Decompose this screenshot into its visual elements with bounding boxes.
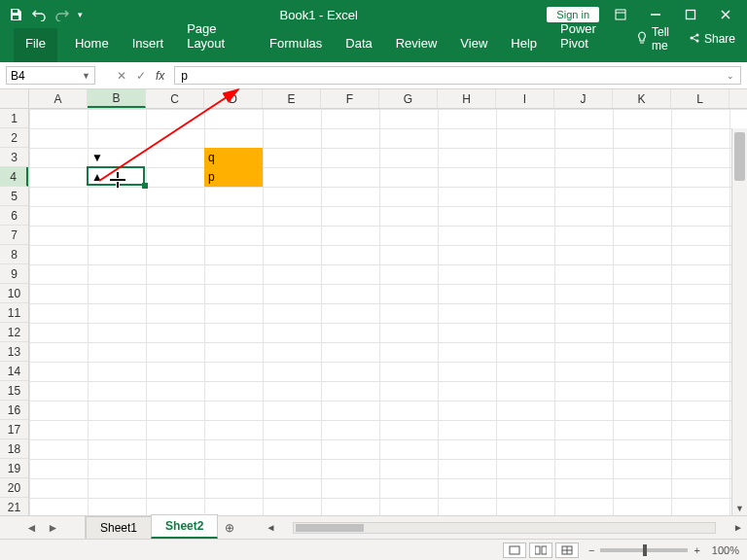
triangle-up-icon: ▲ (91, 171, 103, 183)
sheet-nav-next-icon[interactable]: ► (48, 521, 59, 535)
row-header[interactable]: 7 (0, 226, 28, 245)
cell-B4[interactable]: ▲ (88, 167, 146, 187)
column-headers: ABCDEFGHIJKL (0, 89, 747, 109)
cell-value: p (208, 171, 215, 183)
name-box-dropdown-icon[interactable]: ▼ (78, 71, 90, 81)
row-header[interactable]: 11 (0, 303, 28, 323)
sheet-tab[interactable]: Sheet1 (86, 516, 152, 539)
cell-D4[interactable]: p (204, 167, 263, 187)
svg-rect-0 (13, 10, 18, 13)
vertical-scrollbar[interactable]: ▲ ▼ (731, 128, 747, 515)
formula-input-wrap[interactable]: ⌄ (174, 66, 741, 85)
svg-line-11 (693, 35, 696, 37)
name-box-input[interactable] (11, 69, 78, 83)
svg-rect-5 (687, 11, 695, 19)
tab-formulas[interactable]: Formulas (258, 28, 334, 62)
row-header[interactable]: 8 (0, 245, 28, 264)
row-headers: 123456789101112131415161718192021 (0, 109, 29, 515)
row-header[interactable]: 1 (0, 109, 28, 128)
redo-icon[interactable] (54, 7, 70, 22)
row-header[interactable]: 19 (0, 459, 28, 478)
qat-customize-icon[interactable]: ▾ (78, 10, 83, 19)
scroll-down-icon[interactable]: ▼ (732, 502, 747, 515)
row-header[interactable]: 15 (0, 381, 28, 401)
scroll-left-icon[interactable]: ◄ (262, 522, 279, 533)
svg-rect-1 (13, 16, 18, 19)
row-header[interactable]: 18 (0, 439, 28, 459)
row-header[interactable]: 17 (0, 420, 28, 439)
row-header[interactable]: 14 (0, 362, 28, 381)
column-header[interactable]: C (146, 89, 204, 108)
svg-rect-14 (535, 546, 540, 554)
quick-access-toolbar: ▾ (0, 7, 90, 22)
formula-input[interactable] (181, 69, 734, 83)
undo-icon[interactable] (31, 7, 47, 22)
column-header[interactable]: D (204, 89, 263, 108)
horizontal-scrollbar[interactable]: ◄ ► (262, 516, 747, 539)
row-header[interactable]: 9 (0, 264, 28, 284)
name-box[interactable]: ▼ (6, 66, 95, 85)
cell-D3[interactable]: q (204, 148, 263, 167)
tab-home[interactable]: Home (63, 28, 121, 62)
ribbon-tabs: File Home Insert Page Layout Formulas Da… (0, 29, 747, 62)
column-header[interactable]: F (321, 89, 379, 108)
share-button[interactable]: Share (681, 28, 743, 51)
tab-page-layout[interactable]: Page Layout (175, 14, 258, 62)
row-header[interactable]: 3 (0, 148, 28, 167)
column-header[interactable]: H (438, 89, 496, 108)
cancel-formula-icon: ✕ (117, 69, 126, 83)
row-header[interactable]: 12 (0, 323, 28, 342)
cells-area[interactable]: ▼▲qp (29, 109, 747, 515)
view-page-break-icon[interactable] (555, 542, 579, 558)
sheet-nav-prev-icon[interactable]: ◄ (26, 521, 38, 535)
tab-power-pivot[interactable]: Power Pivot (549, 14, 628, 62)
view-normal-icon[interactable] (503, 542, 526, 558)
zoom-out-button[interactable]: − (588, 544, 594, 556)
tab-view[interactable]: View (448, 28, 499, 62)
tab-data[interactable]: Data (334, 28, 383, 62)
share-icon (689, 32, 700, 47)
column-header[interactable]: B (88, 89, 146, 108)
tab-insert[interactable]: Insert (121, 28, 176, 62)
row-header[interactable]: 16 (0, 401, 28, 420)
fill-handle[interactable] (142, 183, 148, 189)
view-page-layout-icon[interactable] (529, 542, 552, 558)
zoom-slider[interactable] (600, 548, 688, 552)
column-header[interactable]: J (554, 89, 613, 108)
tab-review[interactable]: Review (384, 28, 449, 62)
svg-rect-15 (542, 546, 547, 554)
row-header[interactable]: 2 (0, 128, 28, 148)
enter-formula-icon: ✓ (136, 69, 146, 83)
row-header[interactable]: 4 (0, 167, 28, 187)
formula-expand-icon[interactable]: ⌄ (727, 71, 734, 81)
hscroll-thumb[interactable] (296, 524, 364, 532)
scroll-right-icon[interactable]: ► (729, 522, 747, 533)
add-sheet-button[interactable]: ⊕ (217, 516, 242, 539)
tab-help[interactable]: Help (499, 28, 549, 62)
row-header[interactable]: 20 (0, 478, 28, 498)
hscroll-track[interactable] (293, 522, 716, 534)
row-header[interactable]: 5 (0, 187, 28, 206)
sheet-tab[interactable]: Sheet2 (151, 514, 218, 539)
cell-B3[interactable]: ▼ (88, 148, 146, 167)
column-header[interactable]: A (29, 89, 88, 108)
tab-file[interactable]: File (14, 28, 57, 62)
column-header[interactable]: E (263, 89, 321, 108)
select-all-corner[interactable] (0, 89, 29, 108)
row-header[interactable]: 21 (0, 498, 28, 515)
zoom-value[interactable]: 100% (712, 544, 739, 556)
row-header[interactable]: 10 (0, 284, 28, 303)
column-header[interactable]: I (496, 89, 554, 108)
row-header[interactable]: 6 (0, 206, 28, 226)
column-header[interactable]: K (613, 89, 671, 108)
save-icon[interactable] (8, 7, 23, 22)
fx-icon[interactable]: fx (156, 69, 164, 83)
vscroll-thumb[interactable] (734, 132, 745, 181)
svg-rect-13 (510, 546, 519, 554)
zoom-in-button[interactable]: + (694, 544, 699, 556)
tell-me-button[interactable]: Tell me (628, 21, 677, 56)
column-header[interactable]: G (379, 89, 438, 108)
row-header[interactable]: 13 (0, 342, 28, 362)
column-header[interactable]: L (671, 89, 729, 108)
zoom-thumb[interactable] (643, 544, 647, 556)
